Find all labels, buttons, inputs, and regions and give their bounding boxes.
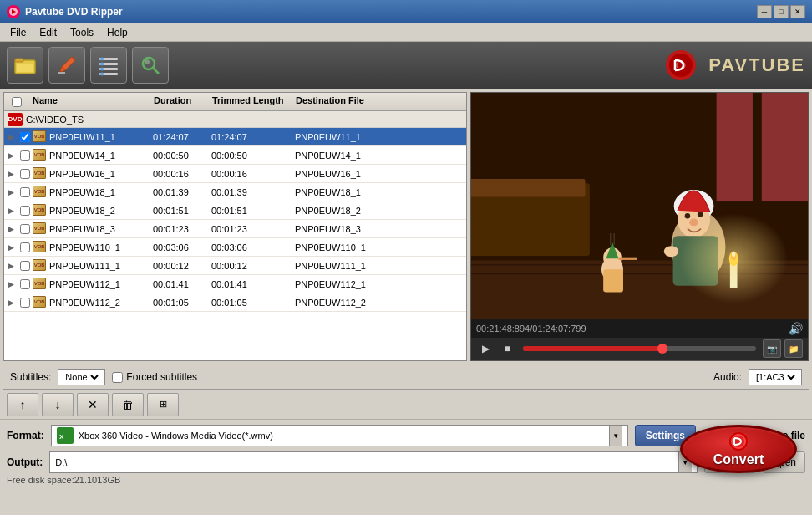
move-down-button[interactable]: ↓ <box>42 393 74 416</box>
minimize-button[interactable]: ─ <box>757 5 772 18</box>
file-list-container[interactable]: DVD G:\VIDEO_TS ▶ VOB PNP0EUW11_1 01:24:… <box>4 111 466 360</box>
audio-select[interactable]: [1:AC3 <box>749 369 802 385</box>
row-checkbox[interactable] <box>18 261 33 271</box>
search-button[interactable] <box>132 47 169 84</box>
menu-edit[interactable]: Edit <box>33 25 63 40</box>
file-row[interactable]: ▶ VOB PNP0EUW110_1 00:03:06 00:03:06 PNP… <box>4 238 466 257</box>
svg-point-32 <box>698 212 703 217</box>
list-button[interactable] <box>90 47 127 84</box>
svg-point-10 <box>100 63 104 66</box>
row-checkbox[interactable] <box>18 187 33 197</box>
split-button[interactable]: ⊞ <box>147 393 179 416</box>
expand-icon[interactable]: ▶ <box>4 298 18 307</box>
row-checkbox[interactable] <box>18 224 33 234</box>
window-controls[interactable]: ─ □ ✕ <box>757 5 805 18</box>
preview-controls: ▶ ■ 📷 📁 <box>471 338 808 360</box>
svg-point-12 <box>100 73 104 76</box>
expand-icon[interactable]: ▶ <box>4 151 18 160</box>
select-all-checkbox[interactable] <box>12 97 22 107</box>
subtitles-dropdown[interactable]: None <box>62 371 101 383</box>
output-label: Output: <box>7 456 43 468</box>
output-path-container[interactable]: D:\ ▼ <box>49 451 697 473</box>
screenshot-button[interactable]: 📷 <box>763 339 781 358</box>
logo-text: PAVTUBE <box>708 54 805 76</box>
convert-icon <box>726 431 751 452</box>
file-trimmed: 00:01:41 <box>208 279 292 289</box>
file-dest: PNP0EUW111_1 <box>292 261 466 271</box>
format-select[interactable]: X Xbox 360 Video - Windows Media Video(*… <box>51 425 628 446</box>
row-checkbox[interactable] <box>18 206 33 216</box>
format-dropdown-arrow[interactable]: ▼ <box>609 426 622 446</box>
row-checkbox[interactable] <box>18 298 33 308</box>
svg-rect-27 <box>762 93 808 201</box>
audio-dropdown[interactable]: [1:AC3 <box>753 371 798 383</box>
row-checkbox[interactable] <box>18 279 33 289</box>
file-row[interactable]: ▶ VOB PNP0EUW11_1 01:24:07 01:24:07 PNP0… <box>4 128 466 146</box>
audio-label: Audio: <box>713 371 742 383</box>
open-folder-button[interactable] <box>7 47 43 84</box>
file-duration: 00:01:05 <box>150 298 208 308</box>
close-button[interactable]: ✕ <box>790 5 805 18</box>
row-checkbox[interactable] <box>18 242 33 252</box>
expand-icon[interactable]: ▶ <box>4 243 18 252</box>
play-button[interactable]: ▶ <box>476 339 495 358</box>
expand-icon[interactable]: ▶ <box>4 280 18 288</box>
edit-button[interactable] <box>48 47 85 84</box>
group-path: G:\VIDEO_TS <box>26 115 84 125</box>
file-row[interactable]: ▶ VOB PNP0EUW14_1 00:00:50 00:00:50 PNP0… <box>4 146 466 165</box>
menu-file[interactable]: File <box>3 25 33 40</box>
preview-image <box>471 93 808 319</box>
forced-subtitles-checkbox[interactable] <box>112 372 123 383</box>
file-row[interactable]: ▶ VOB PNP0EUW111_1 00:00:12 00:00:12 PNP… <box>4 257 466 275</box>
maximize-button[interactable]: □ <box>774 5 789 18</box>
header-checkbox[interactable] <box>4 93 29 110</box>
expand-icon[interactable]: ▶ <box>4 188 18 196</box>
file-row[interactable]: ▶ VOB PNP0EUW16_1 00:00:16 00:00:16 PNP0… <box>4 165 466 183</box>
expand-icon[interactable]: ▶ <box>4 207 18 215</box>
file-row[interactable]: ▶ VOB PNP0EUW18_2 00:01:51 00:01:51 PNP0… <box>4 201 466 220</box>
move-up-button[interactable]: ↑ <box>7 393 38 416</box>
file-duration: 00:01:41 <box>150 279 208 289</box>
file-name: PNP0EUW112_2 <box>49 298 150 308</box>
trash-button[interactable]: 🗑 <box>112 393 144 416</box>
row-checkbox[interactable] <box>18 132 33 142</box>
menu-help[interactable]: Help <box>100 25 134 40</box>
file-row[interactable]: ▶ VOB PNP0EUW18_1 00:01:39 00:01:39 PNP0… <box>4 183 466 201</box>
stop-button[interactable]: ■ <box>498 339 516 358</box>
seek-thumb[interactable] <box>657 344 667 354</box>
menu-bar: File Edit Tools Help <box>0 23 812 42</box>
subtitles-select[interactable]: None <box>58 369 105 385</box>
file-row[interactable]: ▶ VOB PNP0EUW18_3 00:01:23 00:01:23 PNP0… <box>4 220 466 238</box>
expand-icon[interactable]: ▶ <box>4 225 18 233</box>
file-dest: PNP0EUW18_2 <box>292 206 466 216</box>
file-name: PNP0EUW18_2 <box>49 206 150 216</box>
file-trimmed: 00:00:50 <box>208 150 292 161</box>
file-type-icon: VOB <box>33 204 48 217</box>
file-duration: 00:01:39 <box>150 187 208 197</box>
convert-button[interactable]: Convert <box>680 425 797 473</box>
file-dest: PNP0EUW110_1 <box>292 242 466 252</box>
seek-bar[interactable] <box>523 346 756 351</box>
brand-logo: PAVTUBE <box>660 48 805 82</box>
group-header: DVD G:\VIDEO_TS <box>4 111 466 128</box>
file-duration: 00:00:50 <box>150 150 208 161</box>
expand-icon[interactable]: ▶ <box>4 262 18 270</box>
expand-icon[interactable]: ▶ <box>4 133 18 141</box>
row-checkbox[interactable] <box>18 169 33 179</box>
svg-point-15 <box>145 59 150 64</box>
toolbar-left <box>7 47 169 84</box>
app-icon <box>7 5 20 18</box>
svg-rect-3 <box>17 64 33 72</box>
file-type-icon: VOB <box>33 278 48 291</box>
file-row[interactable]: ▶ VOB PNP0EUW112_2 00:01:05 00:01:05 PNP… <box>4 293 466 312</box>
volume-icon[interactable]: 🔊 <box>789 322 803 335</box>
row-checkbox[interactable] <box>18 150 33 161</box>
delete-button[interactable]: ✕ <box>77 393 109 416</box>
file-type-icon: VOB <box>33 186 48 199</box>
file-row[interactable]: ▶ VOB PNP0EUW112_1 00:01:41 00:01:41 PNP… <box>4 275 466 293</box>
expand-icon[interactable]: ▶ <box>4 170 18 178</box>
menu-tools[interactable]: Tools <box>63 25 100 40</box>
file-duration: 00:00:12 <box>150 261 208 271</box>
folder-button[interactable]: 📁 <box>784 339 803 358</box>
file-trimmed: 00:01:39 <box>208 187 292 197</box>
